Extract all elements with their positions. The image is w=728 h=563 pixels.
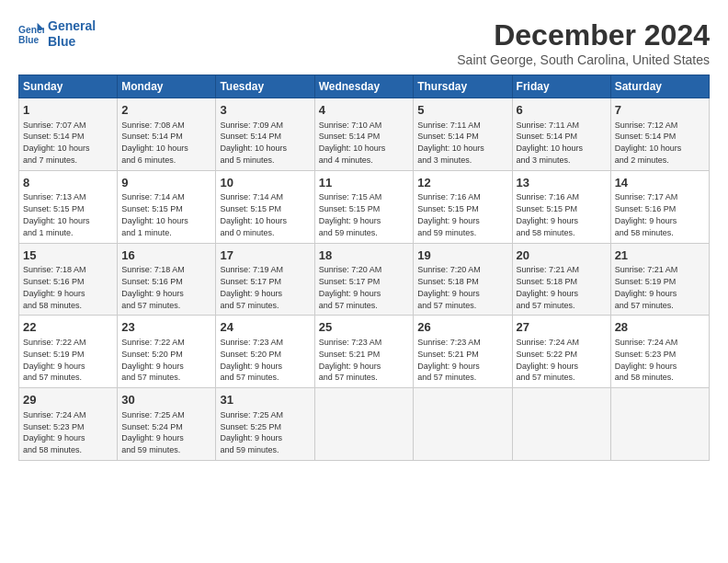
logo-line2: Blue xyxy=(48,34,96,50)
day-number: 15 xyxy=(23,247,113,264)
calendar-cell: 1Sunrise: 7:07 AM Sunset: 5:14 PM Daylig… xyxy=(19,98,118,171)
calendar-cell xyxy=(610,388,709,461)
calendar-cell: 26Sunrise: 7:23 AM Sunset: 5:21 PM Dayli… xyxy=(414,316,512,388)
col-header-monday: Monday xyxy=(118,75,216,98)
calendar-cell: 25Sunrise: 7:23 AM Sunset: 5:21 PM Dayli… xyxy=(314,316,414,388)
day-number: 24 xyxy=(220,319,310,336)
calendar-cell: 8Sunrise: 7:13 AM Sunset: 5:15 PM Daylig… xyxy=(19,170,118,243)
day-info: Sunrise: 7:11 AM Sunset: 5:14 PM Dayligh… xyxy=(417,121,484,165)
calendar-cell: 13Sunrise: 7:16 AM Sunset: 5:15 PM Dayli… xyxy=(512,170,610,243)
day-number: 1 xyxy=(23,102,113,119)
day-number: 20 xyxy=(517,247,607,264)
calendar-table: SundayMondayTuesdayWednesdayThursdayFrid… xyxy=(18,75,710,461)
day-info: Sunrise: 7:15 AM Sunset: 5:15 PM Dayligh… xyxy=(319,192,382,236)
day-info: Sunrise: 7:11 AM Sunset: 5:14 PM Dayligh… xyxy=(517,121,584,165)
col-header-tuesday: Tuesday xyxy=(216,75,314,98)
title-area: December 2024 Saint George, South Caroli… xyxy=(457,18,710,67)
week-row-4: 22Sunrise: 7:22 AM Sunset: 5:19 PM Dayli… xyxy=(19,316,710,388)
day-info: Sunrise: 7:23 AM Sunset: 5:21 PM Dayligh… xyxy=(319,338,382,382)
week-row-1: 1Sunrise: 7:07 AM Sunset: 5:14 PM Daylig… xyxy=(19,98,710,171)
day-info: Sunrise: 7:14 AM Sunset: 5:15 PM Dayligh… xyxy=(220,192,287,236)
day-number: 31 xyxy=(220,392,310,408)
day-number: 18 xyxy=(319,247,410,264)
day-number: 12 xyxy=(417,175,507,191)
calendar-cell: 20Sunrise: 7:21 AM Sunset: 5:18 PM Dayli… xyxy=(512,243,610,316)
day-number: 10 xyxy=(220,175,310,191)
day-info: Sunrise: 7:24 AM Sunset: 5:23 PM Dayligh… xyxy=(23,410,86,454)
calendar-cell: 19Sunrise: 7:20 AM Sunset: 5:18 PM Dayli… xyxy=(414,243,512,316)
day-number: 25 xyxy=(319,319,410,336)
calendar-cell: 21Sunrise: 7:21 AM Sunset: 5:19 PM Dayli… xyxy=(610,243,709,316)
calendar-cell: 16Sunrise: 7:18 AM Sunset: 5:16 PM Dayli… xyxy=(118,243,216,316)
day-info: Sunrise: 7:10 AM Sunset: 5:14 PM Dayligh… xyxy=(319,121,386,165)
calendar-cell: 10Sunrise: 7:14 AM Sunset: 5:15 PM Dayli… xyxy=(216,170,314,243)
calendar-cell: 28Sunrise: 7:24 AM Sunset: 5:23 PM Dayli… xyxy=(610,316,709,388)
calendar-cell: 27Sunrise: 7:24 AM Sunset: 5:22 PM Dayli… xyxy=(512,316,610,388)
col-header-saturday: Saturday xyxy=(610,75,709,98)
calendar-cell: 31Sunrise: 7:25 AM Sunset: 5:25 PM Dayli… xyxy=(216,388,314,461)
header: General Blue General Blue December 2024 … xyxy=(18,18,710,67)
day-info: Sunrise: 7:21 AM Sunset: 5:19 PM Dayligh… xyxy=(615,265,678,309)
logo-line1: General xyxy=(48,18,96,34)
day-number: 13 xyxy=(517,175,607,191)
day-info: Sunrise: 7:16 AM Sunset: 5:15 PM Dayligh… xyxy=(417,192,481,236)
week-row-5: 29Sunrise: 7:24 AM Sunset: 5:23 PM Dayli… xyxy=(19,388,710,461)
day-number: 14 xyxy=(615,175,705,191)
day-info: Sunrise: 7:12 AM Sunset: 5:14 PM Dayligh… xyxy=(615,121,682,165)
day-info: Sunrise: 7:22 AM Sunset: 5:19 PM Dayligh… xyxy=(23,338,86,382)
calendar-cell: 30Sunrise: 7:25 AM Sunset: 5:24 PM Dayli… xyxy=(118,388,216,461)
day-number: 28 xyxy=(615,319,705,336)
day-info: Sunrise: 7:25 AM Sunset: 5:24 PM Dayligh… xyxy=(121,410,185,454)
calendar-cell: 5Sunrise: 7:11 AM Sunset: 5:14 PM Daylig… xyxy=(414,98,512,171)
calendar-cell: 9Sunrise: 7:14 AM Sunset: 5:15 PM Daylig… xyxy=(118,170,216,243)
day-number: 2 xyxy=(121,102,211,119)
calendar-cell: 24Sunrise: 7:23 AM Sunset: 5:20 PM Dayli… xyxy=(216,316,314,388)
day-number: 17 xyxy=(220,247,310,264)
day-number: 19 xyxy=(417,247,507,264)
day-info: Sunrise: 7:21 AM Sunset: 5:18 PM Dayligh… xyxy=(517,265,580,309)
day-info: Sunrise: 7:18 AM Sunset: 5:16 PM Dayligh… xyxy=(23,265,86,309)
week-row-2: 8Sunrise: 7:13 AM Sunset: 5:15 PM Daylig… xyxy=(19,170,710,243)
calendar-cell: 12Sunrise: 7:16 AM Sunset: 5:15 PM Dayli… xyxy=(414,170,512,243)
day-info: Sunrise: 7:16 AM Sunset: 5:15 PM Dayligh… xyxy=(517,192,580,236)
calendar-cell: 15Sunrise: 7:18 AM Sunset: 5:16 PM Dayli… xyxy=(19,243,118,316)
day-number: 3 xyxy=(220,102,310,119)
day-info: Sunrise: 7:25 AM Sunset: 5:25 PM Dayligh… xyxy=(220,410,283,454)
calendar-cell: 3Sunrise: 7:09 AM Sunset: 5:14 PM Daylig… xyxy=(216,98,314,171)
day-info: Sunrise: 7:14 AM Sunset: 5:15 PM Dayligh… xyxy=(121,192,188,236)
page: General Blue General Blue December 2024 … xyxy=(0,0,728,470)
day-info: Sunrise: 7:09 AM Sunset: 5:14 PM Dayligh… xyxy=(220,121,287,165)
calendar-cell: 18Sunrise: 7:20 AM Sunset: 5:17 PM Dayli… xyxy=(314,243,414,316)
calendar-cell: 11Sunrise: 7:15 AM Sunset: 5:15 PM Dayli… xyxy=(314,170,414,243)
day-number: 23 xyxy=(121,319,211,336)
day-number: 11 xyxy=(319,175,410,191)
calendar-cell: 4Sunrise: 7:10 AM Sunset: 5:14 PM Daylig… xyxy=(314,98,414,171)
day-number: 27 xyxy=(517,319,607,336)
day-number: 26 xyxy=(417,319,507,336)
col-header-friday: Friday xyxy=(512,75,610,98)
calendar-cell: 22Sunrise: 7:22 AM Sunset: 5:19 PM Dayli… xyxy=(19,316,118,388)
day-number: 9 xyxy=(121,175,211,191)
day-number: 22 xyxy=(23,319,113,336)
day-number: 4 xyxy=(319,102,410,119)
day-number: 8 xyxy=(23,175,113,191)
subtitle: Saint George, South Carolina, United Sta… xyxy=(457,52,710,67)
day-info: Sunrise: 7:17 AM Sunset: 5:16 PM Dayligh… xyxy=(615,192,678,236)
day-info: Sunrise: 7:24 AM Sunset: 5:23 PM Dayligh… xyxy=(615,338,678,382)
month-title: December 2024 xyxy=(457,18,710,52)
day-number: 21 xyxy=(615,247,705,264)
day-number: 29 xyxy=(23,392,113,408)
calendar-cell: 6Sunrise: 7:11 AM Sunset: 5:14 PM Daylig… xyxy=(512,98,610,171)
day-number: 30 xyxy=(121,392,211,408)
logo: General Blue General Blue xyxy=(18,18,96,50)
logo-icon: General Blue xyxy=(18,21,44,47)
day-info: Sunrise: 7:13 AM Sunset: 5:15 PM Dayligh… xyxy=(23,192,90,236)
calendar-cell xyxy=(512,388,610,461)
day-number: 16 xyxy=(121,247,211,264)
calendar-cell xyxy=(314,388,414,461)
day-info: Sunrise: 7:20 AM Sunset: 5:18 PM Dayligh… xyxy=(417,265,481,309)
day-info: Sunrise: 7:23 AM Sunset: 5:20 PM Dayligh… xyxy=(220,338,283,382)
svg-text:Blue: Blue xyxy=(18,35,40,45)
day-info: Sunrise: 7:23 AM Sunset: 5:21 PM Dayligh… xyxy=(417,338,481,382)
col-header-sunday: Sunday xyxy=(19,75,118,98)
